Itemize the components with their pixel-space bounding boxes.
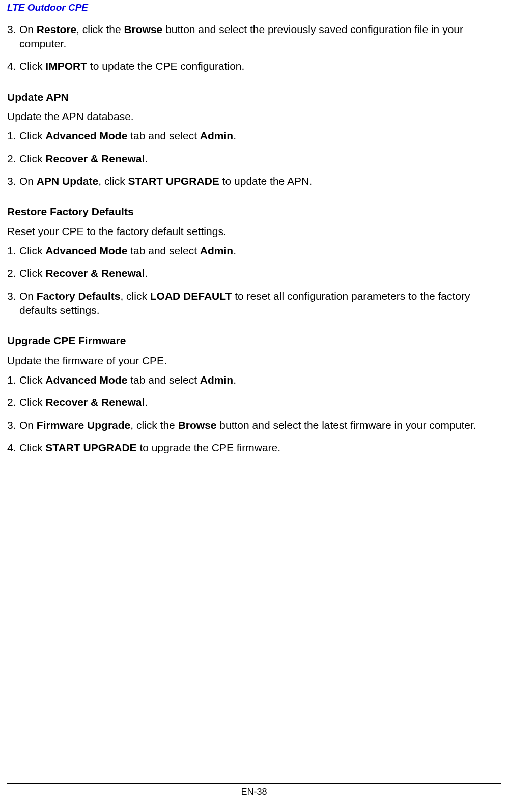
list-item-text: Click START UPGRADE to upgrade the CPE f…	[19, 441, 501, 455]
list-item-number: 4.	[7, 441, 19, 455]
heading-restore-factory: Restore Factory Defaults	[7, 205, 501, 219]
list-item-text: Click Advanced Mode tab and select Admin…	[19, 129, 501, 143]
list-item-number: 3.	[7, 289, 19, 318]
intro-restore-factory: Reset your CPE to the factory default se…	[7, 224, 501, 239]
page-number: EN-38	[0, 786, 508, 798]
section-upgrade-firmware: 1.Click Advanced Mode tab and select Adm…	[7, 373, 501, 455]
list-item-text: Click Advanced Mode tab and select Admin…	[19, 244, 501, 258]
list-item-number: 2.	[7, 395, 19, 410]
list-item-number: 3.	[7, 174, 19, 188]
list-item: 3.On Restore, click the Browse button an…	[7, 22, 501, 51]
list-item-text: On Firmware Upgrade, click the Browse bu…	[19, 418, 501, 432]
list-item: 4.Click IMPORT to update the CPE configu…	[7, 59, 501, 73]
list-item: 2.Click Recover & Renewal.	[7, 266, 501, 280]
list-item-number: 2.	[7, 152, 19, 166]
section-restore-continued: 3.On Restore, click the Browse button an…	[7, 22, 501, 74]
list-item-text: On APN Update, click START UPGRADE to up…	[19, 174, 501, 188]
list-item-text: On Factory Defaults, click LOAD DEFAULT …	[19, 289, 501, 318]
heading-upgrade-firmware: Upgrade CPE Firmware	[7, 334, 501, 348]
intro-update-apn: Update the APN database.	[7, 109, 501, 124]
page-header: LTE Outdoor CPE	[0, 0, 508, 17]
intro-upgrade-firmware: Update the firmware of your CPE.	[7, 354, 501, 368]
list-item-text: Click Recover & Renewal.	[19, 395, 501, 410]
list-item: 1.Click Advanced Mode tab and select Adm…	[7, 244, 501, 258]
list-item-text: Click Recover & Renewal.	[19, 152, 501, 166]
list-item-number: 3.	[7, 22, 19, 51]
list-item: 3.On APN Update, click START UPGRADE to …	[7, 174, 501, 188]
list-item-number: 1.	[7, 373, 19, 387]
list-item-text: Click IMPORT to update the CPE configura…	[19, 59, 501, 73]
section-update-apn: 1.Click Advanced Mode tab and select Adm…	[7, 129, 501, 188]
list-item: 4.Click START UPGRADE to upgrade the CPE…	[7, 441, 501, 455]
list-item-text: On Restore, click the Browse button and …	[19, 22, 501, 51]
list-item: 3.On Factory Defaults, click LOAD DEFAUL…	[7, 289, 501, 318]
page-content: 3.On Restore, click the Browse button an…	[0, 17, 508, 455]
heading-update-apn: Update APN	[7, 90, 501, 104]
list-item: 1.Click Advanced Mode tab and select Adm…	[7, 129, 501, 143]
list-item-text: Click Advanced Mode tab and select Admin…	[19, 373, 501, 387]
list-item-number: 2.	[7, 266, 19, 280]
list-item: 2.Click Recover & Renewal.	[7, 395, 501, 410]
section-restore-factory: 1.Click Advanced Mode tab and select Adm…	[7, 244, 501, 317]
list-item: 1.Click Advanced Mode tab and select Adm…	[7, 373, 501, 387]
list-item-number: 1.	[7, 244, 19, 258]
footer-divider	[7, 783, 501, 784]
list-item-number: 4.	[7, 59, 19, 73]
list-item: 3.On Firmware Upgrade, click the Browse …	[7, 418, 501, 432]
list-item-number: 3.	[7, 418, 19, 432]
list-item-text: Click Recover & Renewal.	[19, 266, 501, 280]
list-item: 2.Click Recover & Renewal.	[7, 152, 501, 166]
list-item-number: 1.	[7, 129, 19, 143]
